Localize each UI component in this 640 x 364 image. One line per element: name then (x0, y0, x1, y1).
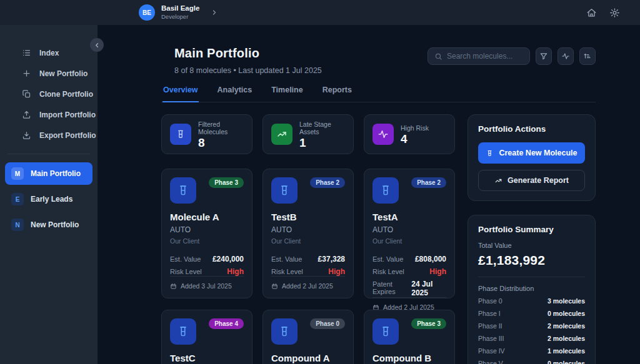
sidebar-collapse-button[interactable] (90, 38, 104, 52)
flask-icon (271, 318, 298, 345)
risk-level-label: Risk Level (170, 268, 202, 275)
settings-button[interactable] (608, 6, 621, 19)
flask-icon (372, 177, 399, 204)
phase-badge: Phase 0 (310, 318, 345, 329)
list-icon (22, 48, 31, 57)
est-value-label: Est. Value (170, 255, 201, 263)
est-value: £808,000 (415, 255, 446, 263)
panel-title: Portfolio Summary (478, 225, 585, 234)
phase-row: Phase I 0 molecules (478, 310, 585, 317)
sidebar-item-label: Export Portfolio (39, 131, 96, 140)
search-input[interactable] (447, 52, 523, 61)
risk-level: High (328, 267, 345, 276)
risk-level: High (429, 267, 446, 276)
flask-icon (486, 149, 494, 157)
est-value: £37,328 (318, 255, 345, 263)
user-role: Developer (161, 13, 199, 20)
activity-button[interactable] (558, 47, 574, 65)
sidebar-portfolio-list: M Main Portfolio E Early Leads N New Por… (0, 162, 98, 239)
calendar-icon (271, 283, 278, 290)
tab-bar: Overview Analytics Timeline Reports (161, 86, 596, 102)
stats-row: Filtered Molecules 8 Late Stage Assets 1 (161, 114, 455, 154)
calendar-icon (170, 283, 177, 290)
stat-card-late-stage-assets: Late Stage Assets 1 (262, 114, 354, 154)
molecule-card-testc[interactable]: Phase 4 TestC AUTO (161, 310, 252, 364)
risk-level-label: Risk Level (271, 268, 303, 275)
sidebar-actions: Index New Portfolio Clone Portfolio Impo… (0, 42, 98, 145)
stat-value: 4 (401, 133, 429, 145)
est-value-label: Est. Value (372, 255, 403, 263)
main-content: Main Portfolio 8 of 8 molecules • Last u… (98, 25, 640, 364)
molecule-name: Compound B (372, 353, 446, 363)
tab-overview[interactable]: Overview (162, 86, 199, 102)
molecule-type: AUTO (170, 225, 244, 234)
gear-icon (609, 7, 620, 18)
total-value-label: Total Value (478, 242, 585, 249)
phase-badge: Phase 3 (411, 318, 446, 329)
flask-icon (271, 177, 298, 204)
molecule-card-testb[interactable]: Phase 2 TestB AUTO Our Client Est. Value… (262, 169, 354, 298)
sidebar-item-new-portfolio[interactable]: New Portfolio (0, 63, 98, 84)
sidebar-item-label: Index (39, 49, 59, 57)
molecule-client: Our Client (170, 237, 244, 245)
sort-ascending-icon (583, 52, 592, 61)
molecule-card-molecule-a[interactable]: Phase 3 Molecule A AUTO Our Client Est. … (161, 169, 252, 298)
filter-button[interactable] (536, 47, 552, 65)
portfolio-actions-panel: Portfolio Actions Create New Molecule Ge… (468, 114, 596, 201)
portfolio-initial-badge: N (11, 219, 24, 231)
est-value-label: Est. Value (271, 255, 302, 263)
molecule-card-testa[interactable]: Phase 2 TestA AUTO Our Client Est. Value… (364, 169, 455, 298)
flask-icon (372, 318, 399, 345)
patent-expires-label: Patent Expires (372, 280, 411, 295)
phase-badge: Phase 3 (209, 177, 244, 188)
tab-analytics[interactable]: Analytics (217, 86, 253, 102)
user-name: Basil Eagle (161, 4, 199, 13)
flask-icon (170, 124, 191, 145)
generate-report-button[interactable]: Generate Report (478, 170, 585, 191)
search-icon (434, 52, 442, 61)
upload-icon (22, 110, 31, 119)
sidebar-item-import-portfolio[interactable]: Import Portfolio (0, 104, 98, 125)
sidebar-item-new-portfolio-entry[interactable]: N New Portfolio (5, 214, 92, 236)
stat-label: High Risk (401, 124, 429, 132)
create-new-molecule-button[interactable]: Create New Molecule (478, 142, 585, 164)
stat-card-filtered-molecules: Filtered Molecules 8 (161, 114, 252, 154)
divider (478, 277, 585, 277)
tab-timeline[interactable]: Timeline (271, 86, 303, 102)
sidebar-item-main-portfolio[interactable]: M Main Portfolio (5, 162, 92, 185)
added-date: Added 2 Jul 2025 (282, 282, 333, 290)
stat-value: 1 (299, 137, 345, 149)
portfolio-label: Main Portfolio (31, 169, 81, 178)
flask-icon (170, 318, 196, 345)
activity-icon (561, 52, 570, 61)
est-value: £240,000 (212, 255, 244, 263)
risk-level: High (227, 267, 244, 276)
added-date: Added 3 Jul 2025 (181, 282, 232, 290)
sidebar-item-clone-portfolio[interactable]: Clone Portfolio (0, 84, 98, 104)
patent-expires: 24 Jul 2025 (411, 280, 446, 297)
sidebar-item-early-leads[interactable]: E Early Leads (5, 188, 92, 210)
user-menu[interactable]: BE Basil Eagle Developer (139, 4, 218, 21)
chevron-right-icon (211, 9, 218, 16)
panel-title: Portfolio Actions (478, 124, 585, 134)
avatar[interactable]: BE (139, 4, 155, 21)
molecule-grid: Phase 3 Molecule A AUTO Our Client Est. … (161, 169, 455, 364)
trending-up-icon (494, 177, 502, 185)
plus-icon (22, 69, 31, 78)
tab-reports[interactable]: Reports (322, 86, 352, 102)
home-button[interactable] (585, 6, 598, 19)
molecule-card-compound-b[interactable]: Phase 3 Compound B AUTO (364, 310, 455, 364)
phase-row: Phase 0 3 molecules (478, 297, 585, 305)
copy-icon (22, 89, 31, 99)
molecule-name: TestA (372, 212, 446, 222)
molecule-card-compound-a[interactable]: Phase 0 Compound A AUTO (262, 310, 354, 364)
sort-button[interactable] (579, 47, 596, 65)
sidebar-item-index[interactable]: Index (0, 42, 98, 63)
page-title: Main Portfolio (174, 46, 322, 61)
sidebar-item-export-portfolio[interactable]: Export Portfolio (0, 125, 98, 145)
phase-badge: Phase 4 (209, 318, 244, 329)
portfolio-label: New Portfolio (31, 220, 79, 229)
phase-row: Phase V 0 molecules (478, 360, 585, 364)
phase-distribution-label: Phase Distribution (478, 285, 585, 292)
molecule-type: AUTO (271, 225, 345, 234)
